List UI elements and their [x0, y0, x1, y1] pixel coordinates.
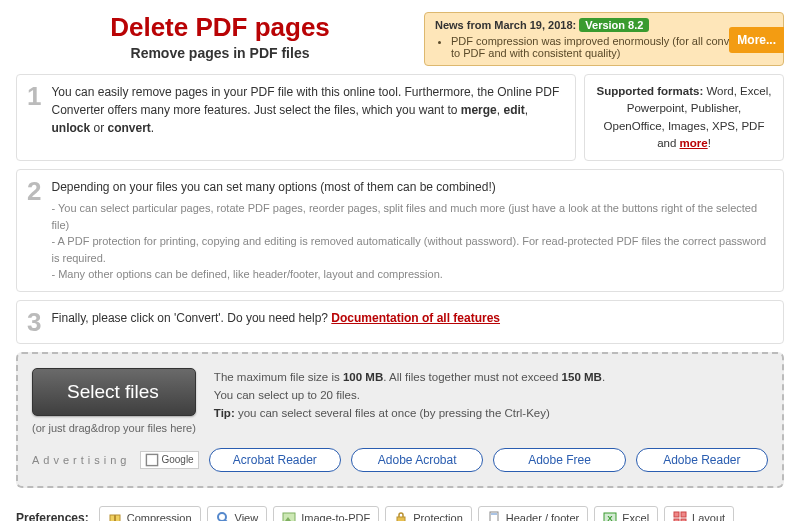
svg-text:X: X — [608, 514, 614, 522]
pref-header-footer[interactable]: Header / footer — [478, 506, 588, 522]
pref-layout[interactable]: Layout — [664, 506, 734, 522]
svg-rect-13 — [674, 512, 679, 517]
image-icon — [282, 511, 296, 522]
svg-rect-8 — [490, 512, 498, 522]
ad-link-2[interactable]: Adobe Acrobat — [351, 448, 483, 472]
supported-formats: Supported formats: Word, Excel, Powerpoi… — [584, 74, 784, 161]
pref-image-to-pdf[interactable]: Image-to-PDF — [273, 506, 379, 522]
page-title: Delete PDF pages — [16, 12, 424, 43]
step-number: 1 — [27, 83, 41, 152]
news-item: PDF compression was improved enormously … — [451, 35, 773, 59]
ads-row: Advertising Google Acrobat Reader Adobe … — [32, 448, 768, 472]
ad-link-4[interactable]: Adobe Reader — [636, 448, 768, 472]
svg-rect-2 — [114, 515, 116, 522]
step-number: 3 — [27, 309, 41, 335]
step-1: 1 You can easily remove pages in your PD… — [16, 74, 576, 161]
layout-icon — [673, 511, 687, 522]
google-badge: Google — [140, 451, 198, 469]
version-badge: Version 8.2 — [579, 18, 649, 32]
compression-icon — [108, 511, 122, 522]
view-icon — [216, 511, 230, 522]
pref-excel[interactable]: XExcel — [594, 506, 658, 522]
news-date: News from March 19, 2018: — [435, 19, 576, 31]
upload-info: The maximum file size is 100 MB. All fil… — [214, 368, 605, 423]
more-formats-link[interactable]: more — [680, 137, 708, 149]
documentation-link[interactable]: Documentation of all features — [331, 311, 500, 325]
drag-hint: (or just drag&drop your files here) — [32, 422, 196, 434]
pref-protection[interactable]: Protection — [385, 506, 472, 522]
news-box: News from March 19, 2018: Version 8.2 PD… — [424, 12, 784, 66]
ad-link-3[interactable]: Adobe Free — [493, 448, 625, 472]
step-2: 2 Depending on your files you can set ma… — [16, 169, 784, 292]
ad-link-1[interactable]: Acrobat Reader — [209, 448, 341, 472]
page-subtitle: Remove pages in PDF files — [16, 45, 424, 61]
advertising-label: Advertising — [32, 454, 130, 466]
upload-area[interactable]: Select files (or just drag&drop your fil… — [16, 352, 784, 488]
svg-rect-0 — [147, 454, 158, 465]
pref-compression[interactable]: Compression — [99, 506, 201, 522]
pref-view[interactable]: View — [207, 506, 268, 522]
step-3: 3 Finally, please click on 'Convert'. Do… — [16, 300, 784, 344]
svg-point-3 — [218, 513, 226, 521]
lock-icon — [394, 511, 408, 522]
more-button[interactable]: More... — [729, 27, 784, 53]
select-files-button[interactable]: Select files — [32, 368, 196, 416]
adchoices-icon — [145, 453, 159, 467]
preferences-bar: Preferences: Compression View Image-to-P… — [0, 496, 800, 522]
svg-rect-14 — [681, 512, 686, 517]
document-icon — [487, 511, 501, 522]
preferences-label: Preferences: — [16, 511, 89, 522]
svg-rect-7 — [397, 517, 405, 522]
excel-icon: X — [603, 511, 617, 522]
header: Delete PDF pages Remove pages in PDF fil… — [16, 12, 424, 61]
step-number: 2 — [27, 178, 41, 283]
